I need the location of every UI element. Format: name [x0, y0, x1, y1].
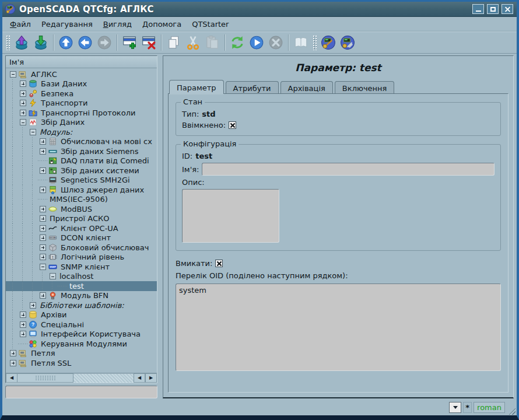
cut-item-button[interactable]	[184, 33, 202, 52]
scroll-left-icon[interactable]	[6, 373, 17, 383]
toolbar-drag-handle[interactable]	[313, 35, 317, 50]
expand-plus-icon[interactable]	[40, 167, 46, 174]
tree-item[interactable]: SNMPSNMP клієнт	[6, 262, 157, 272]
tree-item[interactable]: АГЛКС	[6, 69, 157, 79]
tree-item[interactable]: Пристрої АСКО	[6, 214, 157, 224]
scroll-step-right-icon[interactable]	[145, 373, 157, 383]
qtstarter-config-button[interactable]	[319, 33, 338, 52]
scroll-thumb[interactable]	[17, 373, 73, 383]
tree-item-selected[interactable]: test	[6, 281, 157, 291]
status-user[interactable]: roman	[474, 402, 505, 413]
maximize-button[interactable]	[487, 4, 499, 14]
collapse-minus-icon[interactable]	[30, 129, 36, 135]
tree-item[interactable]: Збір Даних	[6, 118, 157, 128]
manual-button[interactable]	[292, 33, 310, 52]
tab-attributes[interactable]: Атрибути	[226, 81, 279, 93]
tree-item[interactable]: Безпека	[6, 89, 157, 99]
menu-item[interactable]: QTStarter	[187, 18, 234, 30]
add-item-button[interactable]	[120, 33, 139, 52]
minimize-button[interactable]	[472, 4, 484, 14]
tree-item[interactable]: Обчислювач на мові сх	[6, 137, 157, 147]
collapse-minus-icon[interactable]	[20, 119, 26, 125]
name-input[interactable]	[202, 163, 495, 176]
expand-plus-icon[interactable]	[40, 206, 46, 212]
expand-plus-icon[interactable]	[40, 235, 46, 241]
tree-item[interactable]: Петля SSL	[6, 358, 157, 368]
menu-item[interactable]: Допомога	[137, 18, 187, 30]
tree-item[interactable]: ModBUS	[6, 204, 157, 214]
tree-item[interactable]: Клієнт OPC-UA	[6, 223, 157, 233]
tree-item[interactable]: Бази Даних	[6, 79, 157, 89]
status-dropdown-button[interactable]	[449, 402, 461, 413]
tree-item[interactable]: Шлюз джерел даних	[6, 185, 157, 195]
expand-plus-icon[interactable]	[40, 244, 46, 251]
scroll-step-left-icon[interactable]	[134, 373, 145, 383]
go-up-button[interactable]	[57, 33, 75, 52]
tree-item[interactable]: ?Спеціальні	[6, 320, 157, 330]
expand-plus-icon[interactable]	[30, 302, 36, 309]
go-back-button[interactable]	[76, 33, 94, 52]
tab-archiving[interactable]: Архівація	[280, 81, 333, 93]
tree-filter-input[interactable]	[5, 386, 157, 398]
enable-checkbox[interactable]	[215, 260, 223, 267]
tree-item[interactable]: Модуль:	[6, 127, 157, 137]
resize-grip[interactable]	[508, 407, 516, 415]
tree-item[interactable]: Транспорти	[6, 99, 157, 108]
tree-item[interactable]: Блоковий обчислювач	[6, 243, 157, 253]
expand-plus-icon[interactable]	[20, 100, 26, 106]
tree-item[interactable]: Збір даних системи	[6, 166, 157, 176]
tree-item[interactable]: Інтерфейси Користувача	[6, 330, 157, 340]
tree-item[interactable]: DAQ плати від Comedi	[6, 156, 157, 166]
collapse-minus-icon[interactable]	[40, 264, 46, 270]
tree-item[interactable]: ΣЛогічний рівень	[6, 253, 157, 262]
expand-plus-icon[interactable]	[20, 80, 26, 87]
expand-plus-icon[interactable]	[10, 360, 16, 366]
expand-plus-icon[interactable]	[40, 292, 46, 299]
expand-plus-icon[interactable]	[40, 148, 46, 155]
tree-item[interactable]: DCONDCON клієнт	[6, 233, 157, 243]
tree-item[interactable]: Модуль BFN	[6, 291, 157, 301]
tree-header-name[interactable]: Ім'я	[6, 56, 157, 68]
expand-plus-icon[interactable]	[20, 110, 26, 116]
scroll-track[interactable]	[73, 373, 134, 383]
tab-parameter[interactable]: Параметр	[169, 80, 224, 94]
panel-splitter[interactable]	[157, 55, 163, 398]
expand-plus-icon[interactable]	[20, 90, 26, 97]
tree-item[interactable]: Керування Модулями	[6, 339, 157, 349]
expand-plus-icon[interactable]	[20, 312, 26, 318]
collapse-minus-icon[interactable]	[10, 71, 16, 78]
save-to-db-button[interactable]	[31, 33, 50, 52]
load-from-db-button[interactable]	[12, 33, 31, 52]
tree-item[interactable]: Петля	[6, 349, 157, 359]
tab-inclusion[interactable]: Включення	[335, 81, 395, 93]
expand-plus-icon[interactable]	[20, 331, 26, 337]
copy-item-button[interactable]	[164, 33, 183, 52]
expand-plus-icon[interactable]	[20, 321, 26, 328]
toolbar-drag-handle[interactable]	[6, 35, 10, 50]
oid-list-textarea[interactable]: system	[176, 284, 501, 371]
tree-horizontal-scrollbar[interactable]	[6, 373, 157, 383]
expand-plus-icon[interactable]	[40, 254, 46, 260]
menu-item[interactable]: Редагування	[36, 18, 98, 30]
delete-item-button[interactable]	[139, 33, 158, 52]
tree-item[interactable]: Segnetics SMH2Gi	[6, 176, 157, 186]
tree-item[interactable]: localhost	[6, 272, 157, 282]
menu-item[interactable]: Файл	[5, 18, 36, 30]
expand-plus-icon[interactable]	[40, 215, 46, 222]
close-button[interactable]	[502, 4, 513, 14]
tree-item[interactable]: Транспортні Протоколи	[6, 108, 157, 118]
refresh-button[interactable]	[228, 33, 247, 52]
enabled-checkbox[interactable]	[229, 121, 236, 129]
qtstarter-tools-button[interactable]	[338, 33, 357, 52]
tree-item[interactable]: Архіви	[6, 310, 157, 320]
expand-plus-icon[interactable]	[40, 225, 46, 232]
tree-item[interactable]: MMS(IEC-9506)	[6, 195, 157, 205]
expand-plus-icon[interactable]	[10, 350, 16, 356]
expand-plus-icon[interactable]	[40, 187, 46, 193]
collapse-minus-icon[interactable]	[50, 273, 56, 279]
start-button[interactable]	[247, 33, 266, 52]
description-textarea[interactable]	[182, 189, 279, 243]
tree-item[interactable]: Бібліотеки шаблонів:	[6, 300, 157, 310]
menu-item[interactable]: Вигляд	[98, 18, 137, 30]
tree-item[interactable]: Збір даних Siemens	[6, 146, 157, 156]
